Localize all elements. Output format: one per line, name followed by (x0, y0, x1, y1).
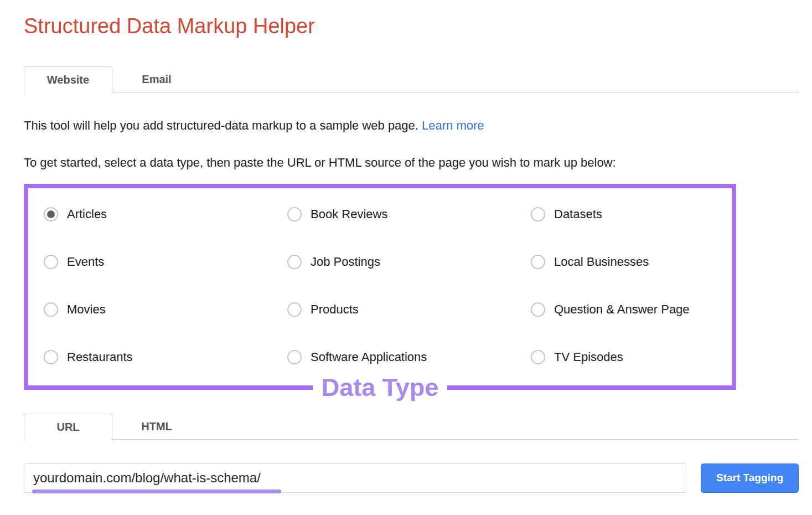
tab-url[interactable]: URL (24, 414, 112, 441)
instruction-text: To get started, select a data type, then… (24, 155, 799, 171)
url-form-row: Start Tagging (24, 463, 799, 493)
tab-html[interactable]: HTML (112, 414, 201, 441)
data-type-option-datasets[interactable]: Datasets (531, 190, 732, 238)
radio-label: Datasets (554, 207, 602, 222)
data-type-option-movies[interactable]: Movies (44, 286, 287, 333)
page-title: Structured Data Markup Helper (24, 16, 799, 38)
data-type-option-local-businesses[interactable]: Local Businesses (531, 238, 732, 286)
radio-icon[interactable] (287, 255, 302, 269)
url-input[interactable] (24, 463, 686, 493)
data-type-legend: Data Type (322, 375, 439, 400)
radio-icon[interactable] (44, 255, 58, 269)
data-type-box: Articles Book Reviews Datasets Events Jo… (24, 184, 736, 390)
radio-label: Articles (67, 207, 107, 222)
data-type-option-articles[interactable]: Articles (44, 190, 287, 238)
radio-icon[interactable] (287, 302, 302, 317)
radio-label: Products (311, 302, 359, 317)
radio-label: Movies (67, 302, 106, 317)
radio-label: Question & Answer Page (554, 302, 690, 317)
data-type-option-job-postings[interactable]: Job Postings (287, 238, 531, 286)
tab-website[interactable]: Website (24, 66, 112, 94)
url-underline-annotation (32, 490, 281, 493)
radio-label: TV Episodes (554, 350, 623, 364)
data-type-option-tv-episodes[interactable]: TV Episodes (531, 333, 732, 381)
radio-label: Job Postings (311, 255, 380, 269)
radio-label: Local Businesses (554, 255, 649, 269)
input-tabs: URL HTML (24, 414, 799, 441)
radio-label: Restaurants (67, 350, 133, 364)
legend-line-left (24, 385, 313, 390)
data-type-options-grid: Articles Book Reviews Datasets Events Jo… (24, 184, 736, 385)
data-type-legend-row: Data Type (24, 385, 736, 390)
radio-icon[interactable] (44, 350, 58, 364)
data-type-option-question-answer-page[interactable]: Question & Answer Page (531, 286, 732, 333)
url-field-wrap (24, 463, 686, 493)
page-container: Structured Data Markup Helper Website Em… (0, 0, 812, 493)
data-type-option-book-reviews[interactable]: Book Reviews (287, 190, 531, 238)
radio-icon[interactable] (287, 350, 302, 364)
tab-email[interactable]: Email (112, 66, 201, 94)
data-type-option-products[interactable]: Products (287, 286, 531, 333)
radio-icon[interactable] (531, 302, 545, 317)
radio-icon[interactable] (287, 207, 302, 222)
intro-text: This tool will help you add structured-d… (24, 118, 799, 133)
radio-label: Events (67, 255, 104, 269)
radio-label: Software Applications (311, 350, 427, 364)
data-type-option-restaurants[interactable]: Restaurants (44, 333, 287, 381)
radio-selected-icon[interactable] (44, 207, 58, 222)
radio-icon[interactable] (531, 350, 545, 364)
learn-more-link[interactable]: Learn more (422, 119, 484, 132)
start-tagging-button[interactable]: Start Tagging (701, 463, 799, 493)
radio-icon[interactable] (531, 255, 545, 269)
source-tabs: Website Email (24, 66, 799, 94)
radio-icon[interactable] (44, 302, 58, 317)
intro-sentence: This tool will help you add structured-d… (24, 119, 418, 132)
legend-line-right (447, 385, 736, 390)
radio-label: Book Reviews (311, 207, 387, 222)
data-type-option-events[interactable]: Events (44, 238, 287, 286)
radio-icon[interactable] (531, 207, 545, 222)
